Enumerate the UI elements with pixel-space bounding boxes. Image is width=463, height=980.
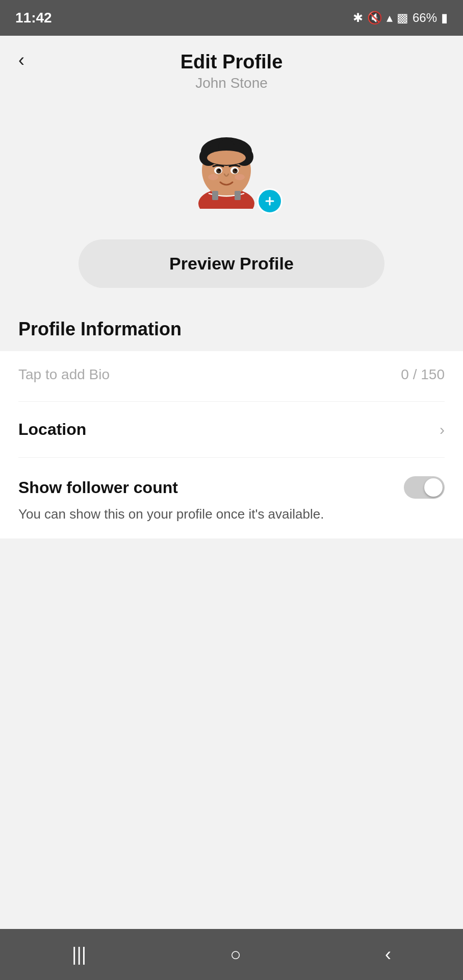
signal-icon: ▩: [397, 11, 408, 25]
follower-count-label: Show follower count: [18, 478, 178, 497]
follower-count-description: You can show this on your profile once i…: [18, 505, 445, 523]
wifi-icon: ▴: [387, 11, 393, 25]
nav-bar: ||| ○ ‹: [0, 929, 463, 980]
recent-apps-button[interactable]: |||: [57, 939, 101, 970]
status-time: 11:42: [15, 10, 52, 26]
username-label: John Stone: [195, 75, 268, 91]
bluetooth-icon: ✱: [353, 11, 363, 25]
preview-profile-button[interactable]: Preview Profile: [79, 239, 384, 288]
battery-indicator: 66%: [413, 11, 437, 25]
bottom-area: [0, 542, 463, 929]
volume-mute-icon: 🔇: [367, 11, 382, 25]
page-title: Edit Profile: [181, 51, 283, 73]
status-icons: ✱ 🔇 ▴ ▩ 66% ▮: [353, 11, 448, 25]
chevron-right-icon: ›: [440, 421, 445, 438]
toggle-knob: [424, 478, 443, 497]
profile-information-section: Profile Information Tap to add Bio 0 / 1…: [0, 308, 463, 542]
svg-point-9: [207, 151, 246, 165]
divider-2: [18, 457, 445, 458]
svg-rect-18: [212, 191, 218, 200]
svg-point-17: [235, 174, 245, 180]
battery-icon: ▮: [441, 11, 448, 25]
header: ‹ Edit Profile John Stone: [0, 36, 463, 96]
home-button[interactable]: ○: [215, 939, 256, 970]
status-bar: 11:42 ✱ 🔇 ▴ ▩ 66% ▮: [0, 0, 463, 36]
location-card[interactable]: Location ›: [0, 405, 463, 454]
profile-cards: Tap to add Bio 0 / 150 Location › Show f…: [0, 351, 463, 538]
bio-card[interactable]: Tap to add Bio 0 / 150: [0, 351, 463, 398]
avatar-container[interactable]: [181, 117, 282, 219]
svg-point-14: [218, 169, 220, 171]
back-button[interactable]: ‹: [18, 51, 24, 69]
location-label: Location: [18, 420, 86, 439]
svg-point-15: [235, 169, 237, 171]
follower-count-card: Show follower count You can show this on…: [0, 461, 463, 538]
back-nav-button[interactable]: ‹: [370, 939, 406, 970]
edit-avatar-badge[interactable]: [257, 188, 282, 214]
section-title: Profile Information: [0, 308, 463, 348]
divider: [18, 401, 445, 402]
bio-counter: 0 / 150: [401, 366, 445, 383]
bio-placeholder: Tap to add Bio: [18, 366, 110, 383]
svg-point-16: [208, 174, 218, 180]
svg-rect-19: [235, 191, 241, 200]
follower-row: Show follower count: [18, 476, 445, 499]
avatar-section: [0, 96, 463, 234]
follower-count-toggle[interactable]: [404, 476, 445, 499]
